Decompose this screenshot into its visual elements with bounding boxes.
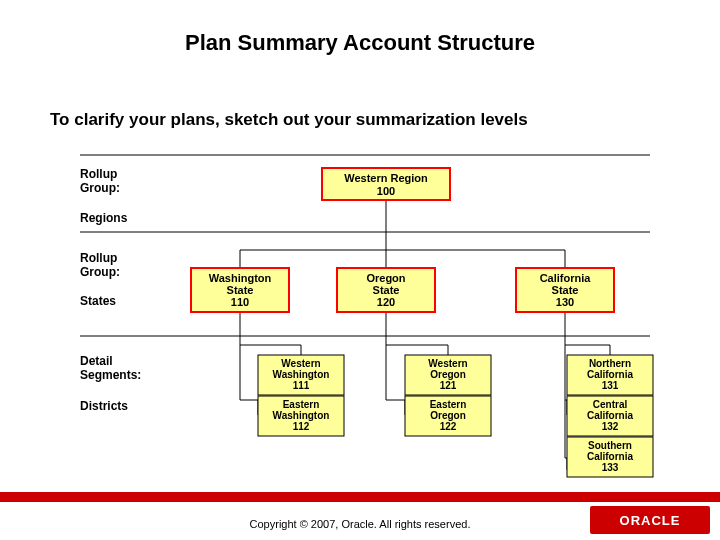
level3-label-c: Districts [80, 399, 128, 413]
level1-label-c: Regions [80, 211, 128, 225]
svg-text:Oregon: Oregon [430, 369, 466, 380]
svg-text:State: State [552, 284, 579, 296]
svg-text:130: 130 [556, 296, 574, 308]
level3-label-a: Detail [80, 354, 113, 368]
footer-bar [0, 492, 720, 502]
node-central-california: Central California 132 [567, 396, 653, 436]
node-southern-california: Southern California 133 [567, 437, 653, 477]
svg-text:California: California [540, 272, 592, 284]
level2-label-c: States [80, 294, 116, 308]
svg-text:Central: Central [593, 399, 628, 410]
svg-text:122: 122 [440, 421, 457, 432]
svg-text:Oregon: Oregon [366, 272, 405, 284]
level1-label-a: Rollup [80, 167, 117, 181]
level2-label-b: Group: [80, 265, 120, 279]
node-northern-california: Northern California 131 [567, 355, 653, 395]
copyright-text: Copyright © 2007, Oracle. All rights res… [0, 518, 720, 530]
svg-text:121: 121 [440, 380, 457, 391]
diagram-canvas: Plan Summary Account Structure To clarif… [0, 0, 720, 540]
node-eastern-washington: Eastern Washington 112 [258, 396, 344, 436]
svg-text:100: 100 [377, 185, 395, 197]
svg-text:Oregon: Oregon [430, 410, 466, 421]
svg-text:Western Region: Western Region [344, 172, 428, 184]
node-western-region: Western Region 100 [322, 168, 450, 200]
svg-text:120: 120 [377, 296, 395, 308]
svg-text:132: 132 [602, 421, 619, 432]
svg-text:Western: Western [281, 358, 320, 369]
page-title: Plan Summary Account Structure [185, 30, 535, 55]
svg-text:Washington: Washington [273, 369, 330, 380]
node-western-oregon: Western Oregon 121 [405, 355, 491, 395]
svg-text:Eastern: Eastern [430, 399, 467, 410]
svg-text:State: State [227, 284, 254, 296]
level3-label-b: Segments: [80, 368, 141, 382]
svg-text:California: California [587, 410, 634, 421]
node-washington-state: Washington State 110 [191, 268, 289, 312]
svg-text:California: California [587, 451, 634, 462]
svg-text:Eastern: Eastern [283, 399, 320, 410]
svg-text:Northern: Northern [589, 358, 631, 369]
svg-text:State: State [373, 284, 400, 296]
svg-text:California: California [587, 369, 634, 380]
node-western-washington: Western Washington 111 [258, 355, 344, 395]
svg-text:110: 110 [231, 296, 249, 308]
level1-label-b: Group: [80, 181, 120, 195]
node-eastern-oregon: Eastern Oregon 122 [405, 396, 491, 436]
node-oregon-state: Oregon State 120 [337, 268, 435, 312]
svg-text:Washington: Washington [209, 272, 272, 284]
svg-text:111: 111 [293, 380, 310, 391]
svg-text:131: 131 [602, 380, 619, 391]
svg-text:Washington: Washington [273, 410, 330, 421]
svg-text:Western: Western [428, 358, 467, 369]
svg-text:133: 133 [602, 462, 619, 473]
page-subtitle: To clarify your plans, sketch out your s… [50, 110, 528, 129]
level2-label-a: Rollup [80, 251, 117, 265]
svg-text:Southern: Southern [588, 440, 632, 451]
svg-text:112: 112 [293, 421, 310, 432]
node-california-state: California State 130 [516, 268, 614, 312]
